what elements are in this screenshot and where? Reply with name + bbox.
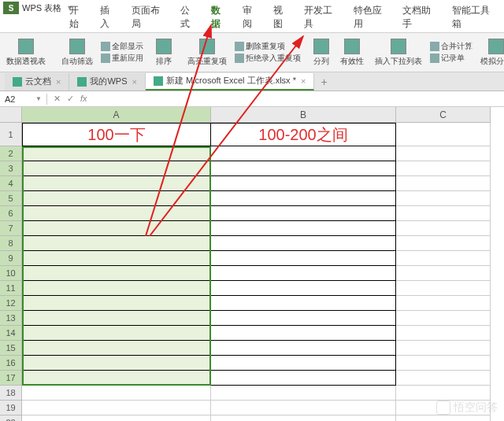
menu-tab-9[interactable]: 文档助手 bbox=[396, 2, 446, 32]
cell-B12[interactable] bbox=[211, 296, 396, 311]
cell-B8[interactable] bbox=[211, 236, 396, 251]
cell-A4[interactable] bbox=[22, 176, 211, 191]
menu-tab-0[interactable]: 开始 bbox=[63, 2, 94, 32]
cell-A18[interactable] bbox=[22, 386, 211, 401]
doc-tab-2[interactable]: 新建 Microsoft Excel 工作表.xlsx *× bbox=[146, 73, 314, 90]
menu-tab-10[interactable]: 智能工具箱 bbox=[446, 2, 504, 32]
fx-label[interactable]: fx bbox=[80, 94, 87, 104]
cell-C17[interactable] bbox=[396, 371, 491, 386]
cell-B18[interactable] bbox=[211, 386, 396, 401]
row-header-9[interactable]: 9 bbox=[0, 251, 22, 266]
pivot-table-button[interactable]: 数据透视表 bbox=[3, 35, 49, 71]
cell-C6[interactable] bbox=[396, 206, 491, 221]
cell-B4[interactable] bbox=[211, 176, 396, 191]
row-header-6[interactable]: 6 bbox=[0, 206, 22, 221]
cell-B16[interactable] bbox=[211, 356, 396, 371]
cell-A17[interactable] bbox=[22, 371, 211, 386]
cell-A8[interactable] bbox=[22, 236, 211, 251]
doc-tab-0[interactable]: 云文档× bbox=[5, 73, 69, 90]
insert-dropdown-button[interactable]: 插入下拉列表 bbox=[372, 35, 425, 71]
doc-tab-1[interactable]: 我的WPS× bbox=[69, 73, 146, 90]
fx-confirm-icon[interactable]: ✓ bbox=[67, 94, 74, 104]
menu-tab-7[interactable]: 开发工具 bbox=[298, 2, 347, 32]
menu-tab-5[interactable]: 审阅 bbox=[236, 2, 267, 32]
cell-C10[interactable] bbox=[396, 266, 491, 281]
cell-B2[interactable] bbox=[211, 146, 396, 161]
cell-B1[interactable]: 100-200之间 bbox=[211, 123, 396, 146]
cell-A3[interactable] bbox=[22, 161, 211, 176]
cell-A19[interactable] bbox=[22, 401, 211, 415]
cell-C11[interactable] bbox=[396, 281, 491, 296]
cell-B6[interactable] bbox=[211, 206, 396, 221]
cell-C15[interactable] bbox=[396, 341, 491, 356]
cell-C9[interactable] bbox=[396, 251, 491, 266]
cell-C3[interactable] bbox=[396, 161, 491, 176]
row-header-8[interactable]: 8 bbox=[0, 236, 22, 251]
cell-B17[interactable] bbox=[211, 371, 396, 386]
cell-A7[interactable] bbox=[22, 221, 211, 236]
add-tab-button[interactable]: + bbox=[314, 74, 333, 90]
row-header-1[interactable]: 1 bbox=[0, 123, 22, 146]
close-icon[interactable]: × bbox=[56, 77, 61, 87]
row-header-4[interactable]: 4 bbox=[0, 176, 22, 191]
close-icon[interactable]: × bbox=[132, 77, 137, 87]
menu-tab-8[interactable]: 特色应用 bbox=[347, 2, 397, 32]
row-header-16[interactable]: 16 bbox=[0, 356, 22, 371]
autofilter-button[interactable]: 自动筛选 bbox=[58, 35, 96, 71]
row-header-19[interactable]: 19 bbox=[0, 401, 22, 415]
row-header-12[interactable]: 12 bbox=[0, 296, 22, 311]
cell-A2[interactable] bbox=[22, 146, 211, 161]
menu-tab-2[interactable]: 页面布局 bbox=[125, 2, 175, 32]
reject-dups-button[interactable]: 拒绝录入重复项 bbox=[235, 53, 301, 64]
row-header-13[interactable]: 13 bbox=[0, 311, 22, 326]
cell-B11[interactable] bbox=[211, 281, 396, 296]
select-all-corner[interactable] bbox=[0, 107, 22, 123]
row-header-15[interactable]: 15 bbox=[0, 341, 22, 356]
fx-cancel-icon[interactable]: ✕ bbox=[54, 94, 61, 104]
row-header-2[interactable]: 2 bbox=[0, 146, 22, 161]
sort-button[interactable]: 排序 bbox=[153, 35, 175, 71]
cell-A16[interactable] bbox=[22, 356, 211, 371]
menu-tab-6[interactable]: 视图 bbox=[267, 2, 298, 32]
cell-B10[interactable] bbox=[211, 266, 396, 281]
cell-A15[interactable] bbox=[22, 341, 211, 356]
col-header-C[interactable]: C bbox=[396, 107, 491, 123]
cell-B13[interactable] bbox=[211, 311, 396, 326]
row-header-5[interactable]: 5 bbox=[0, 191, 22, 206]
cell-C8[interactable] bbox=[396, 236, 491, 251]
cell-A1[interactable]: 100一下 bbox=[22, 123, 211, 146]
cell-A11[interactable] bbox=[22, 281, 211, 296]
cell-A20[interactable] bbox=[22, 415, 211, 421]
cell-B14[interactable] bbox=[211, 326, 396, 341]
col-header-B[interactable]: B bbox=[211, 107, 396, 123]
cell-B19[interactable] bbox=[211, 401, 396, 415]
consolidate-button[interactable]: 合并计算 bbox=[430, 41, 472, 52]
cell-A14[interactable] bbox=[22, 326, 211, 341]
menu-tab-3[interactable]: 公式 bbox=[174, 2, 205, 32]
row-header-10[interactable]: 10 bbox=[0, 266, 22, 281]
cell-C12[interactable] bbox=[396, 296, 491, 311]
row-header-11[interactable]: 11 bbox=[0, 281, 22, 296]
remove-dups-button[interactable]: 删除重复项 bbox=[235, 41, 301, 52]
row-header-14[interactable]: 14 bbox=[0, 326, 22, 341]
close-icon[interactable]: × bbox=[301, 76, 306, 86]
row-header-18[interactable]: 18 bbox=[0, 386, 22, 401]
cell-C5[interactable] bbox=[396, 191, 491, 206]
cell-A12[interactable] bbox=[22, 296, 211, 311]
menu-tab-1[interactable]: 插入 bbox=[94, 2, 124, 32]
row-header-7[interactable]: 7 bbox=[0, 221, 22, 236]
row-header-17[interactable]: 17 bbox=[0, 371, 22, 386]
cell-C16[interactable] bbox=[396, 356, 491, 371]
reapply-button[interactable]: 重新应用 bbox=[101, 53, 143, 64]
row-header-20[interactable]: 20 bbox=[0, 415, 22, 421]
cell-A5[interactable] bbox=[22, 191, 211, 206]
cell-B5[interactable] bbox=[211, 191, 396, 206]
spreadsheet-grid[interactable]: ABC 1234567891011121314151617181920 100一… bbox=[0, 107, 504, 421]
highlight-dups-button[interactable]: 高亮重复项 bbox=[184, 35, 230, 71]
cell-C20[interactable] bbox=[396, 415, 491, 421]
cell-B20[interactable] bbox=[211, 415, 396, 421]
cell-A10[interactable] bbox=[22, 266, 211, 281]
cell-C2[interactable] bbox=[396, 146, 491, 161]
menu-tab-4[interactable]: 数据 bbox=[205, 2, 235, 32]
row-header-3[interactable]: 3 bbox=[0, 161, 22, 176]
